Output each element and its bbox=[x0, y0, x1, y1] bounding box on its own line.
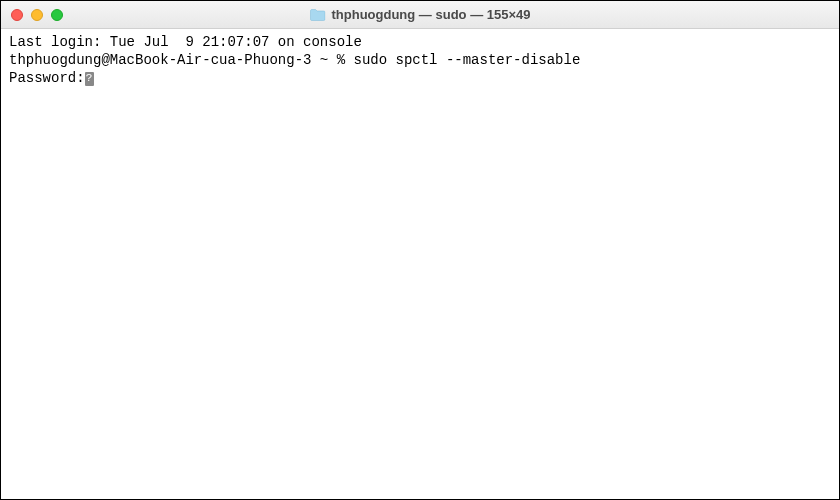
command-text: sudo spctl --master-disable bbox=[353, 52, 580, 68]
password-line: Password: bbox=[9, 69, 831, 87]
prompt-line: thphuogdung@MacBook-Air-cua-Phuong-3 ~ %… bbox=[9, 51, 831, 69]
terminal-body[interactable]: Last login: Tue Jul 9 21:07:07 on consol… bbox=[1, 29, 839, 499]
password-label: Password: bbox=[9, 70, 85, 86]
zoom-button[interactable] bbox=[51, 9, 63, 21]
prompt-symbol: % bbox=[337, 52, 345, 68]
terminal-window: thphuogdung — sudo — 155×49 Last login: … bbox=[0, 0, 840, 500]
prompt-user: thphuogdung@MacBook-Air-cua-Phuong-3 bbox=[9, 52, 311, 68]
titlebar[interactable]: thphuogdung — sudo — 155×49 bbox=[1, 1, 839, 29]
key-icon bbox=[85, 72, 94, 86]
window-controls bbox=[11, 9, 63, 21]
last-login-line: Last login: Tue Jul 9 21:07:07 on consol… bbox=[9, 33, 831, 51]
folder-icon bbox=[310, 9, 326, 21]
window-title-group: thphuogdung — sudo — 155×49 bbox=[310, 7, 531, 22]
minimize-button[interactable] bbox=[31, 9, 43, 21]
prompt-path: ~ bbox=[320, 52, 328, 68]
window-title: thphuogdung — sudo — 155×49 bbox=[332, 7, 531, 22]
close-button[interactable] bbox=[11, 9, 23, 21]
